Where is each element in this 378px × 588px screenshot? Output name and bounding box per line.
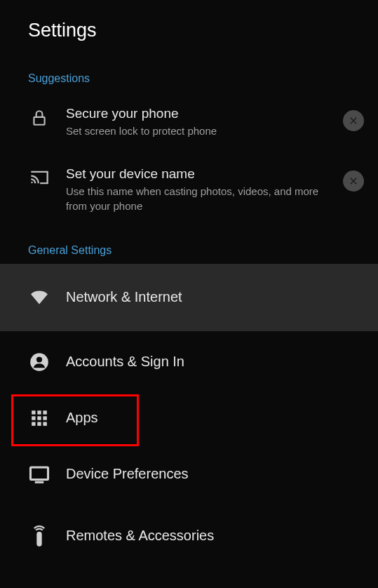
apps-highlight: Apps — [0, 393, 378, 443]
tv-icon — [28, 465, 50, 483]
svg-rect-5 — [37, 410, 41, 414]
setting-label: Apps — [66, 410, 98, 426]
setting-label: Remotes & Accessories — [66, 528, 214, 544]
svg-rect-10 — [32, 422, 35, 425]
svg-point-3 — [36, 356, 42, 362]
svg-rect-9 — [43, 416, 46, 420]
page-title: Settings — [0, 0, 378, 55]
dismiss-suggestion-button[interactable] — [343, 110, 364, 131]
cast-icon — [28, 166, 50, 186]
svg-rect-7 — [32, 416, 35, 420]
account-icon — [28, 352, 50, 372]
svg-rect-0 — [34, 117, 44, 125]
svg-rect-12 — [43, 422, 46, 425]
svg-rect-11 — [37, 422, 41, 425]
apps-grid-icon — [28, 409, 50, 427]
setting-accounts-signin[interactable]: Accounts & Sign In — [0, 331, 378, 393]
wifi-icon — [28, 289, 50, 306]
svg-rect-15 — [36, 532, 41, 547]
svg-rect-6 — [43, 410, 46, 414]
suggestion-secure-phone[interactable]: Secure your phone Set screen lock to pro… — [0, 92, 378, 152]
general-section-header: General Settings — [0, 227, 378, 264]
remote-icon — [28, 525, 50, 547]
setting-apps[interactable]: Apps — [0, 393, 378, 443]
lock-icon — [28, 106, 50, 127]
suggestion-device-name[interactable]: Set your device name Use this name when … — [0, 152, 378, 227]
dismiss-suggestion-button[interactable] — [343, 171, 364, 192]
svg-rect-4 — [32, 410, 35, 414]
suggestion-title: Set your device name — [66, 166, 328, 182]
setting-network-internet[interactable]: Network & Internet — [0, 264, 378, 331]
setting-label: Network & Internet — [66, 289, 182, 305]
svg-rect-8 — [37, 416, 41, 420]
suggestion-description: Use this name when casting photos, video… — [66, 185, 328, 213]
setting-label: Device Preferences — [66, 466, 189, 482]
setting-label: Accounts & Sign In — [66, 354, 184, 370]
svg-point-1 — [31, 182, 32, 183]
setting-remotes-accessories[interactable]: Remotes & Accessories — [0, 505, 378, 567]
setting-device-preferences[interactable]: Device Preferences — [0, 443, 378, 505]
suggestion-description: Set screen lock to protect phone — [66, 124, 328, 138]
svg-rect-13 — [31, 467, 48, 480]
suggestions-section-header: Suggestions — [0, 55, 378, 92]
suggestion-title: Secure your phone — [66, 106, 328, 121]
